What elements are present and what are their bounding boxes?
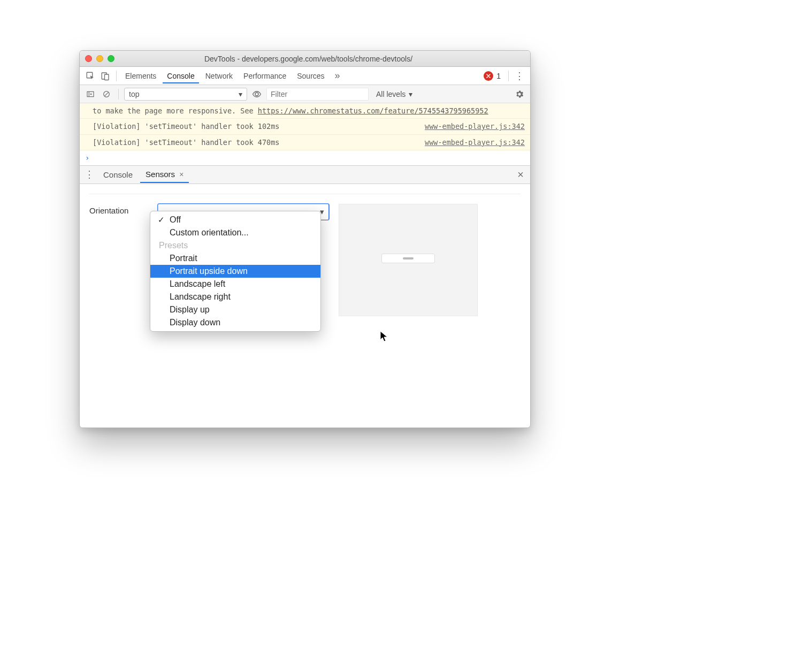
drawer-tab-console[interactable]: Console — [98, 167, 138, 182]
kebab-menu-icon[interactable]: ⋮ — [513, 70, 526, 82]
console-messages: to make the page more responsive. See ht… — [80, 103, 530, 165]
close-drawer-icon[interactable]: × — [514, 168, 527, 181]
device-speaker-icon — [381, 254, 435, 263]
window-titlebar: DevTools - developers.google.com/web/too… — [80, 51, 530, 67]
log-levels-select[interactable]: All levels ▾ — [372, 88, 417, 101]
execution-context-value: top — [129, 90, 139, 98]
message-link[interactable]: https://www.chromestatus.com/feature/574… — [258, 106, 488, 115]
console-message: [Violation] 'setTimeout' handler took 47… — [80, 135, 530, 150]
chevron-down-icon: ▾ — [239, 90, 242, 98]
tab-sources[interactable]: Sources — [293, 68, 328, 83]
live-expression-icon[interactable] — [250, 88, 263, 101]
console-toolbar: top ▾ All levels ▾ — [80, 85, 530, 103]
message-text: to make the page more responsive. See — [93, 106, 258, 115]
tab-elements[interactable]: Elements — [121, 68, 160, 83]
orientation-option-portrait-upside-down[interactable]: Portrait upside down — [150, 265, 320, 278]
drawer-tab-sensors-label: Sensors — [146, 170, 175, 179]
message-text: [Violation] 'setTimeout' handler took 47… — [93, 137, 419, 148]
divider — [118, 89, 119, 100]
orientation-option-off[interactable]: Off — [150, 213, 320, 226]
tab-performance[interactable]: Performance — [239, 68, 290, 83]
main-tab-row: Elements Console Network Performance Sou… — [80, 67, 530, 85]
console-settings-icon[interactable] — [513, 88, 526, 101]
close-tab-icon[interactable]: × — [179, 170, 183, 179]
close-window-icon[interactable] — [85, 55, 92, 62]
orientation-presets-header: Presets — [150, 239, 320, 252]
log-levels-value: All levels — [376, 90, 406, 98]
divider — [508, 71, 509, 81]
drawer-tab-sensors[interactable]: Sensors × — [140, 166, 189, 183]
more-tabs-icon[interactable]: » — [331, 70, 344, 82]
message-source-link[interactable]: www-embed-player.js:342 — [425, 137, 525, 148]
inspect-element-icon[interactable] — [84, 70, 97, 82]
orientation-option-custom[interactable]: Custom orientation... — [150, 226, 320, 239]
console-message: to make the page more responsive. See ht… — [80, 103, 530, 119]
orientation-dropdown: Off Custom orientation... Presets Portra… — [150, 211, 321, 332]
orientation-option-landscape-right[interactable]: Landscape right — [150, 291, 320, 303]
orientation-option-portrait[interactable]: Portrait — [150, 252, 320, 265]
tab-network[interactable]: Network — [201, 68, 237, 83]
message-text: [Violation] 'setTimeout' handler took 10… — [93, 121, 419, 132]
sensors-panel: Orientation ▾ Off Custom orientation... … — [80, 184, 530, 427]
message-source-link[interactable]: www-embed-player.js:342 — [425, 121, 525, 132]
execution-context-select[interactable]: top ▾ — [124, 88, 247, 101]
console-sidebar-toggle-icon[interactable] — [84, 88, 97, 101]
window-title: DevTools - developers.google.com/web/too… — [92, 55, 525, 63]
drawer: ⋮ Console Sensors × × Orientation ▾ — [80, 165, 530, 427]
console-message: [Violation] 'setTimeout' handler took 10… — [80, 119, 530, 134]
orientation-option-display-down[interactable]: Display down — [150, 316, 320, 329]
orientation-option-landscape-left[interactable]: Landscape left — [150, 278, 320, 291]
device-orientation-preview[interactable] — [339, 204, 478, 316]
section-divider — [89, 194, 521, 194]
svg-point-5 — [255, 93, 258, 96]
device-toggle-icon[interactable] — [99, 70, 112, 82]
clear-console-icon[interactable] — [100, 88, 113, 101]
svg-rect-2 — [105, 74, 109, 80]
devtools-window: DevTools - developers.google.com/web/too… — [79, 50, 531, 428]
chevron-down-icon: ▾ — [409, 90, 412, 98]
drawer-tab-row: ⋮ Console Sensors × × — [80, 166, 530, 184]
tab-console[interactable]: Console — [163, 68, 198, 83]
error-badge-icon[interactable] — [484, 71, 493, 81]
orientation-label: Orientation — [89, 204, 148, 215]
orientation-option-display-up[interactable]: Display up — [150, 303, 320, 316]
console-filter-input[interactable] — [266, 88, 369, 101]
error-count: 1 — [496, 72, 501, 80]
console-prompt[interactable]: › — [80, 150, 530, 165]
drawer-menu-icon[interactable]: ⋮ — [83, 168, 96, 181]
divider — [116, 71, 117, 81]
